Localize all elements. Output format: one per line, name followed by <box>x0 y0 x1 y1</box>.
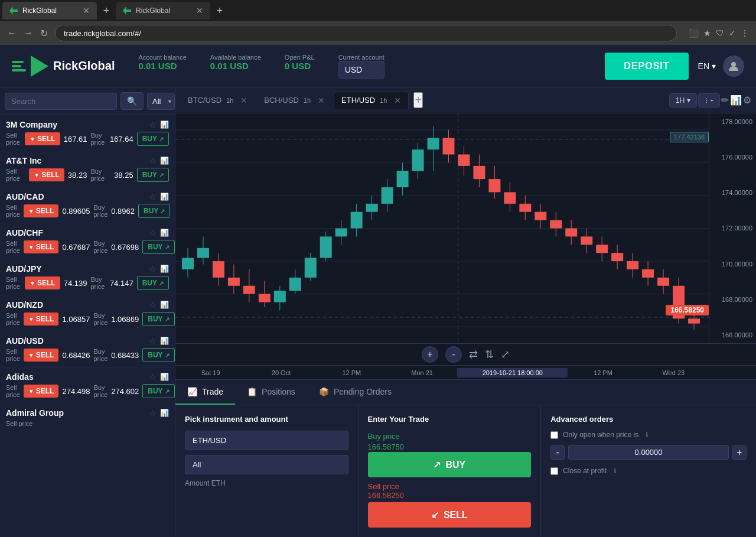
address-input[interactable] <box>55 25 677 41</box>
scroll-left-button[interactable]: ⇄ <box>469 348 478 361</box>
sell-btn-audcad[interactable]: ▼ SELL <box>24 204 59 217</box>
chart-icon-3m[interactable]: 📊 <box>160 121 169 129</box>
extension-btn[interactable]: ⬛ <box>689 28 699 38</box>
draw-button[interactable]: ✏ <box>721 95 729 106</box>
star-admiral[interactable]: ☆ <box>149 408 157 418</box>
stepper-minus[interactable]: - <box>550 445 565 460</box>
buy-btn-3m[interactable]: BUY ↗ <box>137 132 169 146</box>
chart-icon-adidas[interactable]: 📊 <box>160 373 169 381</box>
amount-type-select[interactable]: All <box>185 455 348 474</box>
buy-btn-audjpy[interactable]: BUY ↗ <box>137 276 169 290</box>
star-adidas[interactable]: ☆ <box>149 372 157 382</box>
back-button[interactable]: ← <box>7 28 17 38</box>
buy-btn-adidas[interactable]: BUY ↗ <box>142 384 174 398</box>
deposit-button[interactable]: DEPOSIT <box>605 53 688 80</box>
chart-icon-audcad[interactable]: 📊 <box>160 193 169 201</box>
zoom-out-button[interactable]: - <box>445 346 462 363</box>
stepper-plus[interactable]: + <box>732 445 747 460</box>
language-button[interactable]: EN ▾ <box>698 61 716 71</box>
trade-tab-pending[interactable]: 📦 Pending Orders <box>307 380 403 405</box>
sell-btn-3m[interactable]: ▼ SELL <box>25 132 60 145</box>
chart-tab-close-bchusd[interactable]: ✕ <box>318 96 325 105</box>
buy-btn-audusd[interactable]: BUY ↗ <box>142 348 174 362</box>
sell-action-button[interactable]: ↙ SELL <box>368 502 532 528</box>
shield-icon[interactable]: 🛡 <box>716 28 724 38</box>
chart-type-button[interactable]: 📊 <box>730 95 742 106</box>
chart-tab-btcusd[interactable]: BTC/USD 1h ✕ <box>180 92 255 109</box>
instrument-select[interactable]: ETH/USD <box>185 431 348 450</box>
chart-tab-close-ethusd[interactable]: ✕ <box>394 96 401 105</box>
chart-icon-admiral[interactable]: 📊 <box>160 409 169 417</box>
zoom-in-button[interactable]: + <box>422 346 438 363</box>
star-audchf[interactable]: ☆ <box>149 228 157 237</box>
only-open-checkbox[interactable] <box>550 431 558 439</box>
sell-btn-audusd[interactable]: ▼ SELL <box>24 349 59 362</box>
star-3m[interactable]: ☆ <box>149 120 157 129</box>
buy-btn-att[interactable]: BUY ↗ <box>137 168 169 182</box>
instrument-item-audcad[interactable]: AUD/CAD ☆ 📊 Sell price ▼ SELL 0.89605 Bu… <box>0 187 175 223</box>
stepper-input[interactable] <box>568 445 729 460</box>
time-label-mon21: Mon 21 <box>387 369 457 376</box>
chart-icon-audnzd[interactable]: 📊 <box>160 301 169 309</box>
chart-tab-ethusd[interactable]: ETH/USD 1h ✕ <box>334 92 409 109</box>
fullscreen-button[interactable]: ⤢ <box>501 348 510 361</box>
forward-button[interactable]: → <box>24 28 33 38</box>
buy-btn-audchf[interactable]: BUY ↗ <box>142 240 174 254</box>
tab-new-1[interactable]: + <box>98 2 115 19</box>
trade-tab-positions[interactable]: 📋 Positions <box>235 380 307 405</box>
logo-bar-2 <box>12 65 21 67</box>
tab-close-2[interactable]: ✕ <box>196 6 203 15</box>
candlestick-chart[interactable] <box>175 113 709 343</box>
star-audusd[interactable]: ☆ <box>149 336 157 346</box>
filter-select[interactable]: All <box>147 93 175 110</box>
security-icon[interactable]: ✓ <box>729 28 736 38</box>
chart-icon-audjpy[interactable]: 📊 <box>160 265 169 273</box>
chart-icon-audchf[interactable]: 📊 <box>160 229 169 237</box>
account-select[interactable]: USD <box>338 61 384 79</box>
tab-1[interactable]: RickGlobal ✕ <box>2 2 97 19</box>
settings-button[interactable]: ⚙ <box>743 95 751 106</box>
instrument-item-audnzd[interactable]: AUD/NZD ☆ 📊 Sell price ▼ SELL 1.06857 Bu… <box>0 295 175 331</box>
menu-btn[interactable]: ⋮ <box>741 28 749 38</box>
browser-chrome: RickGlobal ✕ + RickGlobal ✕ + ← → ↻ ⬛ ★ … <box>0 0 756 45</box>
chart-tab-bchusd[interactable]: BCH/USD 1h ✕ <box>256 92 333 109</box>
instrument-item-audusd[interactable]: AUD/USD ☆ 📊 Sell price ▼ SELL 0.68426 Bu… <box>0 331 175 367</box>
instrument-item-adidas[interactable]: Adidas ☆ 📊 Sell price ▼ SELL 274.498 Buy… <box>0 367 175 403</box>
sell-btn-adidas[interactable]: ▼ SELL <box>24 385 59 398</box>
sell-btn-audjpy[interactable]: ▼ SELL <box>25 276 60 289</box>
instrument-item-audchf[interactable]: AUD/CHF ☆ 📊 Sell price ▼ SELL 0.67687 Bu… <box>0 223 175 259</box>
chart-tab-add-button[interactable]: + <box>413 92 423 108</box>
buy-btn-audcad[interactable]: BUY ↗ <box>138 204 170 218</box>
trade-tab-trade[interactable]: 📈 Trade <box>175 380 235 405</box>
tab-2[interactable]: RickGlobal ✕ <box>116 2 210 19</box>
flip-button[interactable]: ⇅ <box>485 348 494 361</box>
sell-btn-audchf[interactable]: ▼ SELL <box>24 240 59 253</box>
chart-tab-close-btcusd[interactable]: ✕ <box>240 96 247 105</box>
star-audnzd[interactable]: ☆ <box>149 300 157 310</box>
instrument-item-audjpy[interactable]: AUD/JPY ☆ 📊 Sell price ▼ SELL 74.139 Buy… <box>0 259 175 295</box>
search-input[interactable] <box>5 93 117 110</box>
tab-close-1[interactable]: ✕ <box>83 6 90 15</box>
chart-icon-att[interactable]: 📊 <box>160 157 169 165</box>
user-avatar[interactable] <box>723 56 744 77</box>
sell-btn-audnzd[interactable]: ▼ SELL <box>24 313 59 326</box>
instrument-item-admiral[interactable]: Admiral Group ☆ 📊 Sell price <box>0 403 175 432</box>
reload-button[interactable]: ↻ <box>40 28 48 39</box>
instrument-item-att[interactable]: AT&T Inc ☆ 📊 Sell price ▼ SELL 38.23 Buy… <box>0 151 175 187</box>
open-pnl-block: Open P&L 0 USD <box>285 54 315 79</box>
buy-action-button[interactable]: ↗ BUY <box>368 452 532 477</box>
search-button[interactable]: 🔍 <box>120 92 144 110</box>
instrument-item-3m[interactable]: 3M Company ☆ 📊 Sell price ▼ SELL 167.61 … <box>0 115 175 151</box>
chart-icon-audusd[interactable]: 📊 <box>160 337 169 345</box>
buy-btn-audnzd[interactable]: BUY ↗ <box>142 312 174 326</box>
star-att[interactable]: ☆ <box>149 156 157 165</box>
timeframe-button[interactable]: 1H ▾ <box>669 93 697 108</box>
indicator-button[interactable]: ⫶ ▾ <box>698 93 720 108</box>
star-audcad[interactable]: ☆ <box>149 192 157 201</box>
sell-btn-att[interactable]: ▼ SELL <box>29 168 64 181</box>
time-axis: Sat 19 20 Oct 12 PM Mon 21 2019-10-21 18… <box>175 365 756 379</box>
tab-new-2[interactable]: + <box>211 2 228 19</box>
close-profit-checkbox[interactable] <box>550 467 558 475</box>
star-audjpy[interactable]: ☆ <box>149 264 157 274</box>
bookmark-btn[interactable]: ★ <box>703 28 711 38</box>
